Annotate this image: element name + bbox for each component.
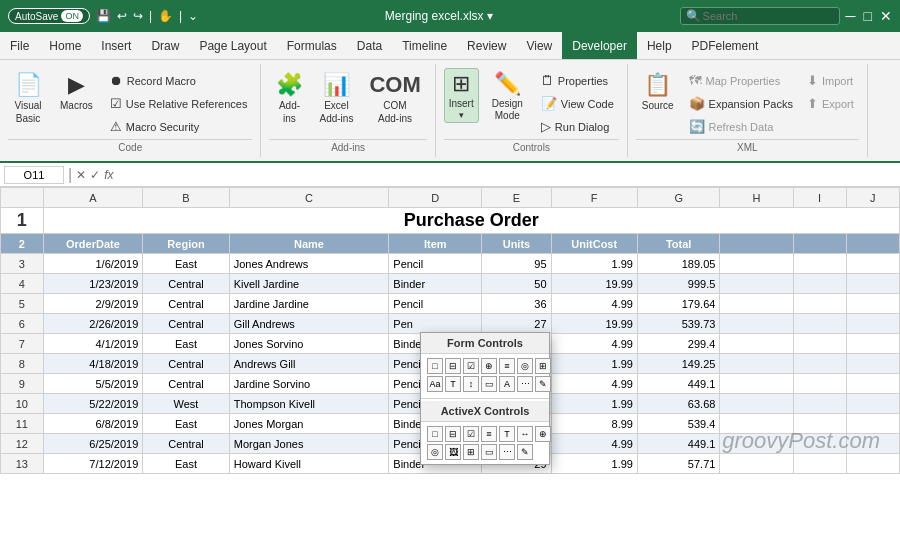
menu-draw[interactable]: Draw [141, 32, 189, 59]
confirm-formula-icon[interactable]: ✓ [90, 168, 100, 182]
col-header-i[interactable]: I [793, 188, 846, 208]
table-cell[interactable]: Pencil [389, 254, 482, 274]
more-icon[interactable]: ⌄ [188, 9, 198, 23]
ax-btn-6[interactable]: ↔ [517, 426, 533, 442]
table-cell[interactable]: Central [143, 314, 229, 334]
table-cell[interactable]: 4/1/2019 [43, 334, 143, 354]
table-cell[interactable]: East [143, 454, 229, 474]
table-cell[interactable]: 6/8/2019 [43, 414, 143, 434]
table-cell[interactable]: 539.4 [637, 414, 719, 434]
ax-btn-4[interactable]: ≡ [481, 426, 497, 442]
table-cell[interactable]: Pen [389, 314, 482, 334]
table-cell[interactable]: Jardine Jardine [229, 294, 389, 314]
table-cell[interactable]: 19.99 [551, 274, 637, 294]
use-relative-btn[interactable]: ☑ Use Relative References [105, 93, 253, 114]
spreadsheet-title[interactable]: Purchase Order [43, 208, 899, 234]
table-cell[interactable]: Gill Andrews [229, 314, 389, 334]
table-cell[interactable]: 27 [482, 314, 551, 334]
ax-btn-5[interactable]: T [499, 426, 515, 442]
table-cell[interactable]: Central [143, 434, 229, 454]
table-cell[interactable]: 57.71 [637, 454, 719, 474]
table-cell[interactable]: Andrews Gill [229, 354, 389, 374]
ax-btn-1[interactable]: □ [427, 426, 443, 442]
col-header-a[interactable]: A [43, 188, 143, 208]
table-cell[interactable]: Jardine Sorvino [229, 374, 389, 394]
table-cell[interactable]: 1.99 [551, 254, 637, 274]
table-cell[interactable]: West [143, 394, 229, 414]
table-cell[interactable]: 4.99 [551, 294, 637, 314]
fc-btn-13[interactable]: ⋯ [517, 376, 533, 392]
search-input[interactable] [680, 7, 840, 25]
table-cell[interactable]: 179.64 [637, 294, 719, 314]
ax-btn-7[interactable]: ⊕ [535, 426, 551, 442]
col-header-d[interactable]: D [389, 188, 482, 208]
fc-btn-10[interactable]: ↕ [463, 376, 479, 392]
table-cell[interactable]: 1.99 [551, 354, 637, 374]
col-header-j[interactable]: J [846, 188, 899, 208]
table-cell[interactable]: 4.99 [551, 434, 637, 454]
table-cell[interactable]: 4.99 [551, 334, 637, 354]
fc-btn-7[interactable]: ⊞ [535, 358, 551, 374]
table-cell[interactable]: 50 [482, 274, 551, 294]
touch-icon[interactable]: ✋ [158, 9, 173, 23]
table-cell[interactable]: 6/25/2019 [43, 434, 143, 454]
table-cell[interactable]: 149.25 [637, 354, 719, 374]
table-cell[interactable]: Kivell Jardine [229, 274, 389, 294]
formula-input[interactable] [118, 166, 897, 184]
col-header-c[interactable]: C [229, 188, 389, 208]
cancel-formula-icon[interactable]: ✕ [76, 168, 86, 182]
cell-reference[interactable] [4, 166, 64, 184]
table-cell[interactable]: 5/5/2019 [43, 374, 143, 394]
menu-page-layout[interactable]: Page Layout [189, 32, 276, 59]
view-code-btn[interactable]: 📝 View Code [536, 93, 619, 114]
table-cell[interactable]: 999.5 [637, 274, 719, 294]
table-cell[interactable]: 1.99 [551, 454, 637, 474]
fc-btn-6[interactable]: ◎ [517, 358, 533, 374]
table-cell[interactable]: Jones Morgan [229, 414, 389, 434]
col-header-g[interactable]: G [637, 188, 719, 208]
table-cell[interactable]: 8.99 [551, 414, 637, 434]
menu-developer[interactable]: Developer [562, 32, 637, 59]
table-cell[interactable]: 63.68 [637, 394, 719, 414]
menu-view[interactable]: View [516, 32, 562, 59]
maximize-btn[interactable]: □ [864, 8, 872, 24]
ax-btn-8[interactable]: ◎ [427, 444, 443, 460]
col-header-e[interactable]: E [482, 188, 551, 208]
ax-btn-3[interactable]: ☑ [463, 426, 479, 442]
table-cell[interactable]: 449.1 [637, 434, 719, 454]
add-ins-btn[interactable]: 🧩 Add- ins [269, 68, 309, 128]
col-header-b[interactable]: B [143, 188, 229, 208]
fc-btn-14[interactable]: ✎ [535, 376, 551, 392]
fc-btn-1[interactable]: □ [427, 358, 443, 374]
menu-timeline[interactable]: Timeline [392, 32, 457, 59]
map-properties-btn[interactable]: 🗺 Map Properties [684, 70, 798, 91]
fc-btn-9[interactable]: T [445, 376, 461, 392]
table-cell[interactable]: 19.99 [551, 314, 637, 334]
insert-btn[interactable]: ⊞ Insert ▾ [444, 68, 479, 123]
menu-file[interactable]: File [0, 32, 39, 59]
fc-btn-2[interactable]: ⊟ [445, 358, 461, 374]
menu-review[interactable]: Review [457, 32, 516, 59]
table-cell[interactable]: Thompson Kivell [229, 394, 389, 414]
autosave-state[interactable]: ON [61, 10, 83, 22]
menu-home[interactable]: Home [39, 32, 91, 59]
ax-btn-2[interactable]: ⊟ [445, 426, 461, 442]
table-cell[interactable]: East [143, 334, 229, 354]
properties-btn[interactable]: 🗒 Properties [536, 70, 619, 91]
table-cell[interactable]: 95 [482, 254, 551, 274]
table-cell[interactable]: Morgan Jones [229, 434, 389, 454]
design-mode-btn[interactable]: ✏️ Design Mode [483, 68, 532, 124]
table-cell[interactable]: 449.1 [637, 374, 719, 394]
menu-pdfelement[interactable]: PDFelement [682, 32, 769, 59]
expansion-packs-btn[interactable]: 📦 Expansion Packs [684, 93, 798, 114]
table-cell[interactable]: East [143, 414, 229, 434]
com-addins-btn[interactable]: COM COM Add-ins [363, 68, 426, 128]
table-cell[interactable]: Central [143, 294, 229, 314]
fc-btn-3[interactable]: ☑ [463, 358, 479, 374]
fc-btn-8[interactable]: Aa [427, 376, 443, 392]
table-cell[interactable]: 1/23/2019 [43, 274, 143, 294]
autosave-toggle[interactable]: AutoSave ON [8, 8, 90, 24]
table-cell[interactable]: 5/22/2019 [43, 394, 143, 414]
table-cell[interactable]: Binder [389, 274, 482, 294]
table-cell[interactable]: 36 [482, 294, 551, 314]
